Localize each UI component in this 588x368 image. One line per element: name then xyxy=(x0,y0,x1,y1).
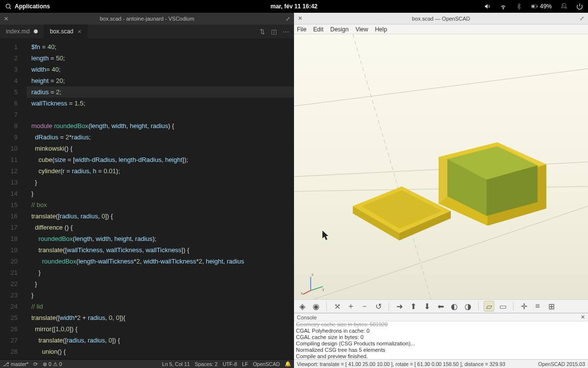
zoom-in-icon[interactable]: ＋ xyxy=(345,301,356,312)
applications-label: Applications xyxy=(15,3,50,10)
view-top-icon[interactable]: ⬆ xyxy=(408,301,418,312)
eol[interactable]: LF xyxy=(242,361,248,367)
console-line: Compiling design (CSG Products normaliza… xyxy=(296,341,586,347)
code-line[interactable]: radius = 2; xyxy=(26,86,294,98)
code-line[interactable]: cube(size = [width-dRadius, length-dRadi… xyxy=(26,154,294,165)
menu-item-help[interactable]: Help xyxy=(375,26,387,33)
battery-icon xyxy=(531,3,538,10)
notification-off-icon[interactable] xyxy=(561,3,567,10)
code-line[interactable]: height = 20; xyxy=(26,75,294,86)
view-bottom-icon[interactable]: ⬇ xyxy=(421,301,432,312)
code-line[interactable] xyxy=(26,109,294,120)
svg-line-26 xyxy=(311,287,323,290)
compare-icon[interactable]: ⇅ xyxy=(260,28,265,35)
maximize-icon[interactable]: ⤢ xyxy=(580,15,584,22)
code-area[interactable]: $fn = 40;length = 50;width= 40;height = … xyxy=(24,38,294,359)
code-line[interactable]: translate([radius, radius, 0]) { xyxy=(26,210,294,222)
code-line[interactable]: // box xyxy=(26,199,294,210)
cursor-position[interactable]: Ln 5, Col 11 xyxy=(162,361,190,367)
bluetooth-off-icon[interactable] xyxy=(515,3,522,10)
code-line[interactable]: } xyxy=(26,289,294,301)
code-line[interactable]: mirror([1,0,0]) { xyxy=(26,323,294,335)
view-back-icon[interactable]: ◑ xyxy=(463,301,473,312)
render-icon[interactable]: ◉ xyxy=(311,301,321,312)
rendered-lid xyxy=(343,172,456,250)
code-line[interactable]: difference () { xyxy=(26,222,294,233)
console-output[interactable]: Geometry cache size in bytes: 501920CGAL… xyxy=(294,321,588,359)
menu-item-edit[interactable]: Edit xyxy=(313,26,323,33)
workspace-split: ✕ box.scad - antoine-jaunard - VSCodium … xyxy=(0,13,588,368)
code-line[interactable]: union() { xyxy=(26,346,294,357)
window-title: box.scad — OpenSCAD xyxy=(412,16,470,22)
axis-gnomon: z y x xyxy=(301,271,325,295)
code-line[interactable]: } xyxy=(26,267,294,278)
openscad-version: OpenSCAD 2015.03 xyxy=(538,361,585,367)
code-line[interactable]: module roundedBox(length, width, height,… xyxy=(26,120,294,131)
clock[interactable]: mar, fév 11 16:42 xyxy=(270,3,318,10)
volume-icon[interactable] xyxy=(484,3,491,10)
problems[interactable]: ⊗ 0 ⚠ 0 xyxy=(43,361,62,367)
code-line[interactable]: } xyxy=(26,188,294,199)
view-front-icon[interactable]: ◐ xyxy=(449,301,460,312)
git-sync-icon[interactable]: ⟳ xyxy=(33,361,38,367)
reset-view-icon[interactable]: ↺ xyxy=(373,301,384,312)
indent-setting[interactable]: Spaces: 2 xyxy=(195,361,218,367)
code-line[interactable]: translate([wallTickness, wallTickness, w… xyxy=(26,244,294,256)
close-icon[interactable]: ✕ xyxy=(294,15,306,22)
git-branch[interactable]: ⎇ master* xyxy=(3,361,28,367)
preview-icon[interactable]: ◈ xyxy=(297,301,308,312)
close-tab-icon[interactable]: ✕ xyxy=(77,29,81,34)
power-icon[interactable] xyxy=(576,3,583,10)
code-line[interactable]: translate([width*2 + radius, 0, 0]){ xyxy=(26,312,294,323)
menu-item-file[interactable]: File xyxy=(297,26,306,33)
code-line[interactable]: } xyxy=(26,177,294,188)
code-editor[interactable]: 1234567891011121314151617181920212223242… xyxy=(0,38,294,359)
code-line[interactable]: translate([radius, radius, 0]) { xyxy=(26,335,294,346)
code-line[interactable]: // lid xyxy=(26,301,294,312)
menu-item-design[interactable]: Design xyxy=(330,26,348,33)
code-line[interactable]: width= 40; xyxy=(26,64,294,75)
code-line[interactable]: } xyxy=(26,278,294,289)
close-icon[interactable]: ✕ xyxy=(0,16,12,22)
view-left-icon[interactable]: ⬅ xyxy=(435,301,446,312)
code-line[interactable]: roundedBox(length-wallTickness*2, width-… xyxy=(26,256,294,267)
maximize-icon[interactable]: ⤢ xyxy=(286,16,290,22)
openscad-statusbar: Viewport: translate = [ 41.00 25.00 10.0… xyxy=(294,359,588,368)
view-right-icon[interactable]: ➜ xyxy=(394,301,405,312)
edges-toggle-icon[interactable]: ≡ xyxy=(532,301,543,312)
code-line[interactable]: $fn = 40; xyxy=(26,41,294,53)
notifications-icon[interactable]: 🔔 xyxy=(285,361,291,367)
code-line[interactable]: dRadius = 2*radius; xyxy=(26,131,294,143)
perspective-icon[interactable]: ▱ xyxy=(484,301,494,312)
editor-tab[interactable]: box.scad✕ xyxy=(44,25,88,38)
applications-menu[interactable]: Applications xyxy=(5,3,50,10)
editor-tab[interactable]: index.md xyxy=(0,25,44,38)
encoding[interactable]: UTF-8 xyxy=(222,361,237,367)
scale-toggle-icon[interactable]: ⊞ xyxy=(546,301,557,312)
code-line[interactable]: cylinder(r = radius, h = 0.01); xyxy=(26,165,294,177)
zoom-out-icon[interactable]: － xyxy=(359,301,370,312)
orthogonal-icon[interactable]: ▭ xyxy=(497,301,508,312)
close-icon[interactable]: ✕ xyxy=(581,314,585,320)
viewport-status: Viewport: translate = [ 41.00 25.00 10.0… xyxy=(297,361,505,367)
viewport-3d[interactable]: z y x xyxy=(294,34,588,299)
code-line[interactable]: minkowski() { xyxy=(26,143,294,154)
svg-text:z: z xyxy=(312,273,314,276)
openscad-titlebar[interactable]: ✕ box.scad — OpenSCAD ⤢ xyxy=(294,13,588,25)
svg-text:x: x xyxy=(301,291,303,295)
zoom-all-icon[interactable]: ⤧ xyxy=(332,301,343,312)
battery-indicator[interactable]: 49% xyxy=(531,3,552,10)
code-line[interactable]: wallTickness = 1.5; xyxy=(26,98,294,109)
language-mode[interactable]: OpenSCAD xyxy=(253,361,280,367)
vscodium-titlebar[interactable]: ✕ box.scad - antoine-jaunard - VSCodium … xyxy=(0,13,294,25)
code-line[interactable]: roundedBox(length, width, height, radius… xyxy=(26,233,294,244)
menu-item-view[interactable]: View xyxy=(355,26,368,33)
search-icon xyxy=(5,3,12,10)
svg-line-1 xyxy=(10,8,11,9)
split-editor-icon[interactable]: ◫ xyxy=(271,28,277,35)
more-icon[interactable]: ⋯ xyxy=(283,28,289,35)
axes-toggle-icon[interactable]: ✛ xyxy=(518,301,529,312)
line-gutter: 1234567891011121314151617181920212223242… xyxy=(0,38,24,359)
code-line[interactable]: length = 50; xyxy=(26,53,294,64)
wifi-icon[interactable] xyxy=(500,3,507,10)
